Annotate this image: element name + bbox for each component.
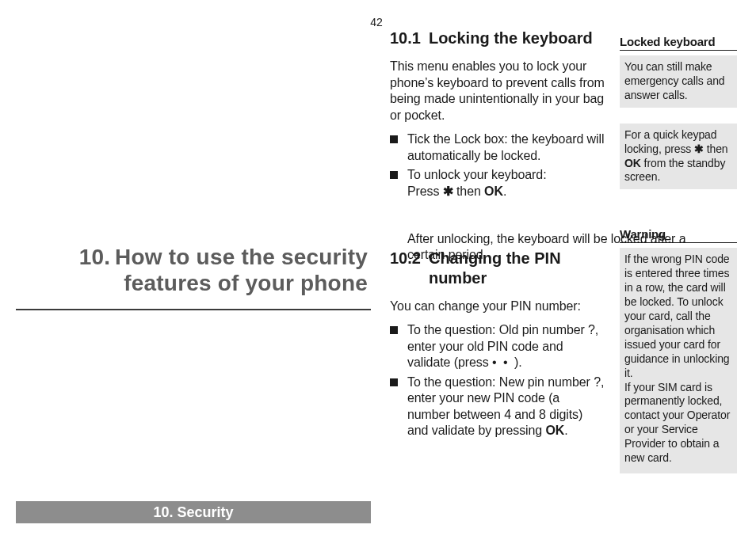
- text-fragment: .: [564, 424, 567, 437]
- list-item-line: Press ✱ then OK.: [407, 184, 605, 200]
- manual-page: 42 10. How to use the security features …: [0, 0, 756, 536]
- sidebar-box: For a quick keypad locking, press ✱ then…: [620, 124, 737, 190]
- chapter-title-line2: features of your phone: [124, 271, 368, 295]
- sidebar: Locked keyboard You can still make emerg…: [620, 35, 737, 473]
- left-column: 10. How to use the security features of …: [0, 0, 380, 536]
- star-icon: ✱: [443, 184, 453, 198]
- breadcrumb-bar: 10. Security: [16, 501, 371, 523]
- text-fragment: ).: [514, 355, 522, 369]
- dots-icon: • •: [492, 355, 514, 369]
- ok-label: OK: [546, 424, 565, 437]
- section-number: 10.1: [390, 29, 421, 48]
- ok-label: OK: [624, 157, 641, 169]
- sidebar-paragraph: If the wrong PIN code is entered three t…: [624, 253, 732, 380]
- chapter-title: 10. How to use the security features of …: [16, 244, 368, 296]
- chapter-rule: [16, 309, 371, 310]
- list-item: Tick the Lock box: the keyboard will aut…: [390, 131, 605, 164]
- section-heading-10-1: 10.1 Locking the keyboard: [390, 29, 605, 48]
- text-fragment: then: [453, 184, 484, 198]
- sidebar-heading-locked-keyboard: Locked keyboard: [620, 35, 737, 51]
- sidebar-heading-warning: Warning: [620, 227, 737, 243]
- section-title: Locking the keyboard: [429, 29, 605, 48]
- list-item: To the question: New pin number ?, enter…: [390, 374, 605, 439]
- sidebar-box: You can still make emergency calls and a…: [620, 55, 737, 108]
- ok-label: OK: [484, 184, 503, 198]
- star-icon: ✱: [694, 143, 704, 155]
- list-item: To the question: Old pin number ?, enter…: [390, 322, 605, 371]
- list-item-text: Tick the Lock box: the keyboard will aut…: [407, 132, 604, 162]
- section-10-1-list: Tick the Lock box: the keyboard will aut…: [390, 131, 605, 200]
- sidebar-paragraph: If your SIM card is permanently locked, …: [624, 381, 732, 466]
- sidebar-box: If the wrong PIN code is entered three t…: [620, 248, 737, 473]
- text-fragment: Press: [407, 184, 443, 198]
- section-10-2-list: To the question: Old pin number ?, enter…: [390, 322, 605, 439]
- list-item: To unlock your keyboard: Press ✱ then OK…: [390, 167, 605, 200]
- text-fragment: then: [704, 143, 728, 155]
- section-10-1-intro: This menu enables you to lock your phone…: [390, 59, 605, 124]
- breadcrumb-label: 10. Security: [153, 504, 233, 521]
- list-item-line: To unlock your keyboard:: [407, 167, 605, 183]
- chapter-title-line1: 10. How to use the security: [79, 245, 368, 269]
- text-fragment: .: [503, 184, 506, 198]
- section-10-2-intro: You can change your PIN number:: [390, 298, 605, 314]
- text-fragment: To the question: New pin number ?, enter…: [407, 375, 604, 437]
